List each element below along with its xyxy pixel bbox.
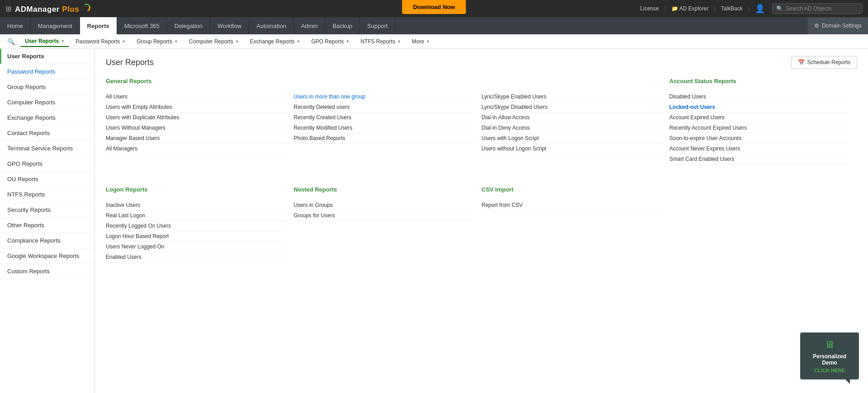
report-account-expired-users[interactable]: Account Expired Users xyxy=(670,112,850,123)
general-reports-section-1: General Reports All Users Users with Emp… xyxy=(106,78,294,175)
demo-widget[interactable]: 🖥 Personalized Demo CLICK HERE xyxy=(800,332,859,379)
main-layout: User Reports Password Reports Group Repo… xyxy=(0,49,868,393)
report-users-in-groups[interactable]: Users in Groups xyxy=(294,200,475,211)
report-users-empty-attributes[interactable]: Users with Empty Attributes xyxy=(106,102,287,112)
nav-microsoft365[interactable]: Microsoft 365 xyxy=(117,17,167,34)
logon-reports-title: Logon Reports xyxy=(106,186,287,195)
report-smart-card-enabled[interactable]: Smart Card Enabled Users xyxy=(670,154,850,164)
search-box[interactable]: 🔍 xyxy=(772,3,863,14)
search-icon: 🔍 xyxy=(776,5,783,12)
nav-backup[interactable]: Backup xyxy=(326,17,360,34)
report-inactive-users[interactable]: Inactive Users xyxy=(106,200,287,211)
calendar-icon: 📅 xyxy=(798,59,805,66)
report-dial-in-deny[interactable]: Dial-in Deny Access xyxy=(481,123,662,133)
nav-reports[interactable]: Reports xyxy=(80,17,117,34)
talkback-link[interactable]: TalkBack xyxy=(721,5,743,12)
report-recently-modified-users[interactable]: Recently Modified Users xyxy=(294,123,475,133)
nav-delegation[interactable]: Delegation xyxy=(167,17,210,34)
content-area: User Reports 📅 Schedule Reports General … xyxy=(95,49,868,393)
sidebar-item-security-reports[interactable]: Security Reports xyxy=(0,202,94,218)
sidebar-item-ntfs-reports[interactable]: NTFS Reports xyxy=(0,187,94,202)
sub-nav-group-reports[interactable]: Group Reports ▼ xyxy=(132,37,183,47)
nav-admin[interactable]: Admin xyxy=(294,17,326,34)
chevron-down-icon: ▼ xyxy=(426,39,430,44)
sidebar-item-group-reports[interactable]: Group Reports xyxy=(0,80,94,95)
chevron-down-icon: ▼ xyxy=(122,39,126,44)
sidebar-item-terminal-service-reports[interactable]: Terminal Service Reports xyxy=(0,141,94,156)
page-title: User Reports xyxy=(106,58,154,67)
sub-nav-more[interactable]: More ▼ xyxy=(407,37,434,47)
search-input[interactable] xyxy=(786,5,858,12)
ad-explorer-link[interactable]: 📁 AD Explorer xyxy=(671,5,708,12)
report-users-duplicate-attributes[interactable]: Users with Duplicate Attributes xyxy=(106,112,287,123)
report-all-managers[interactable]: All Managers xyxy=(106,144,287,154)
report-users-more-than-one-group[interactable]: Users in more than one group xyxy=(294,92,475,102)
nav-home[interactable]: Home xyxy=(0,17,31,34)
download-banner[interactable]: Download Now xyxy=(402,0,466,14)
report-locked-out-users[interactable]: Locked-out Users xyxy=(670,102,850,112)
report-users-never-logged-on[interactable]: Users Never Logged On xyxy=(106,242,287,252)
chevron-down-icon: ▼ xyxy=(235,39,239,44)
demo-widget-link[interactable]: CLICK HERE xyxy=(807,368,852,373)
report-real-last-logon[interactable]: Real Last Logon xyxy=(106,211,287,221)
sidebar-item-custom-reports[interactable]: Custom Reports xyxy=(0,264,94,279)
nav-support[interactable]: Support xyxy=(360,17,396,34)
sidebar-item-exchange-reports[interactable]: Exchange Reports xyxy=(0,110,94,126)
report-recently-logged-on[interactable]: Recently Logged On Users xyxy=(106,221,287,231)
report-logon-hour-based[interactable]: Logon Hour Based Report xyxy=(106,231,287,242)
account-status-title: Account Status Reports xyxy=(670,78,850,86)
report-groups-for-users[interactable]: Groups for Users xyxy=(294,211,475,221)
sidebar-item-contact-reports[interactable]: Contact Reports xyxy=(0,126,94,141)
sub-nav: 🔍 User Reports ▼ Password Reports ▼ Grou… xyxy=(0,34,868,49)
nav-right: ⚙ Domain Settings xyxy=(808,17,868,34)
sidebar-item-compliance-reports[interactable]: Compliance Reports xyxy=(0,233,94,248)
nav-workflow[interactable]: Workflow xyxy=(210,17,249,34)
sub-nav-user-reports[interactable]: User Reports ▼ xyxy=(20,36,69,47)
sub-nav-computer-reports[interactable]: Computer Reports ▼ xyxy=(184,37,244,47)
report-lync-skype-enabled[interactable]: Lync/Skype Enabled Users xyxy=(481,92,662,102)
report-photo-based-reports[interactable]: Photo Based Reports xyxy=(294,133,475,144)
user-avatar-icon[interactable]: 👤 xyxy=(755,4,765,14)
report-account-never-expires[interactable]: Account Never Expires Users xyxy=(670,144,850,154)
grid-icon[interactable]: ⊞ xyxy=(5,5,11,13)
top-right-area: License | 📁 AD Explorer | TalkBack | 👤 🔍 xyxy=(640,3,863,14)
report-users-without-managers[interactable]: Users Without Managers xyxy=(106,123,287,133)
report-lync-skype-disabled[interactable]: Lync/Skype Disabled Users xyxy=(481,102,662,112)
sidebar-item-ou-reports[interactable]: OU Reports xyxy=(0,172,94,187)
report-users-without-logon-script[interactable]: Users without Logon Script xyxy=(481,144,662,154)
sidebar-item-password-reports[interactable]: Password Reports xyxy=(0,64,94,80)
sub-nav-search-icon[interactable]: 🔍 xyxy=(4,38,19,45)
top-bar: ⊞ ADManager Plus Download Now License | … xyxy=(0,0,868,17)
schedule-reports-button[interactable]: 📅 Schedule Reports xyxy=(791,56,857,69)
sidebar-item-google-workspace-reports[interactable]: Google Workspace Reports xyxy=(0,248,94,264)
sidebar-item-user-reports[interactable]: User Reports xyxy=(0,49,94,64)
nav-management[interactable]: Management xyxy=(31,17,80,34)
report-from-csv[interactable]: Report from CSV xyxy=(481,200,662,211)
nested-reports-title: Nested Reports xyxy=(294,186,475,195)
license-link[interactable]: License xyxy=(640,5,659,12)
report-recently-created-users[interactable]: Recently Created Users xyxy=(294,112,475,123)
sub-nav-ntfs-reports[interactable]: NTFS Reports ▼ xyxy=(356,37,406,47)
chevron-down-icon: ▼ xyxy=(174,39,178,44)
sidebar-item-gpo-reports[interactable]: GPO Reports xyxy=(0,156,94,172)
report-dial-in-allow[interactable]: Dial-in Allow Access xyxy=(481,112,662,123)
nested-reports-section: Nested Reports Users in Groups Groups fo… xyxy=(294,186,482,273)
sub-nav-password-reports[interactable]: Password Reports ▼ xyxy=(71,37,130,47)
report-enabled-users[interactable]: Enabled Users xyxy=(106,252,287,262)
report-manager-based-users[interactable]: Manager Based Users xyxy=(106,133,287,144)
logo-plus-text: Plus xyxy=(62,5,79,14)
logo-text: ADManager Plus xyxy=(15,4,90,14)
report-users-with-logon-script[interactable]: Users with Logon Script xyxy=(481,133,662,144)
report-disabled-users[interactable]: Disabled Users xyxy=(670,92,850,102)
chevron-down-icon: ▼ xyxy=(61,39,65,43)
report-all-users[interactable]: All Users xyxy=(106,92,287,102)
report-recently-deleted-users[interactable]: Recently Deleted users xyxy=(294,102,475,112)
domain-settings-button[interactable]: ⚙ Domain Settings xyxy=(808,17,868,34)
sub-nav-exchange-reports[interactable]: Exchange Reports ▼ xyxy=(245,37,305,47)
sidebar-item-other-reports[interactable]: Other Reports xyxy=(0,218,94,233)
nav-automation[interactable]: Automation xyxy=(249,17,294,34)
sub-nav-gpo-reports[interactable]: GPO Reports ▼ xyxy=(307,37,354,47)
sidebar-item-computer-reports[interactable]: Computer Reports xyxy=(0,95,94,110)
report-recently-account-expired[interactable]: Recently Account Expired Users xyxy=(670,123,850,133)
report-soon-to-expire[interactable]: Soon-to-expire User Accounts xyxy=(670,133,850,144)
